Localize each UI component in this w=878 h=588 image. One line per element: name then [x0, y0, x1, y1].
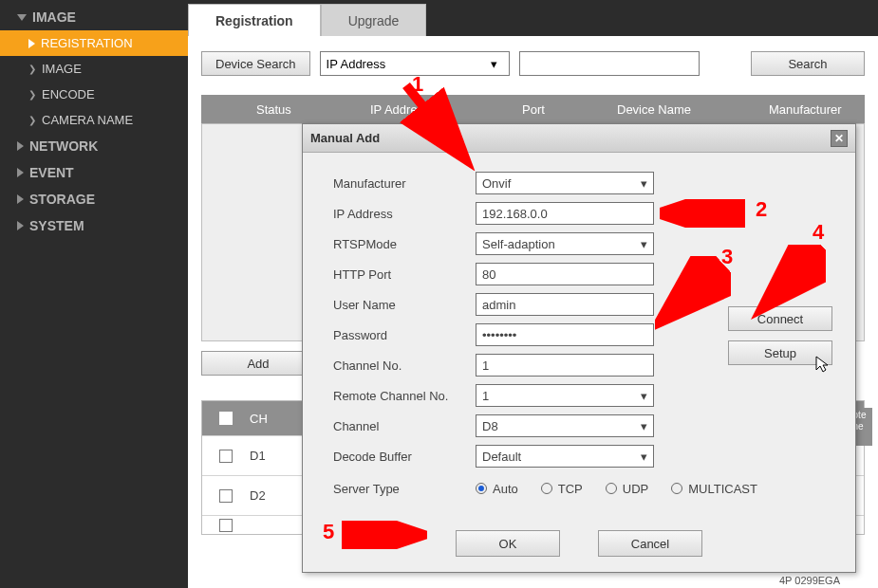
- sidebar-group-label: STORAGE: [29, 192, 95, 207]
- label-channel: Channel: [333, 419, 476, 433]
- http-port-input[interactable]: 80: [476, 263, 654, 285]
- field-value: 80: [482, 267, 495, 282]
- label-decode-buffer: Decode Buffer: [333, 450, 476, 464]
- col-status: Status: [245, 102, 359, 117]
- field-value: 1: [482, 358, 489, 373]
- chevron-right-icon: ❯: [28, 64, 36, 74]
- tab-label: Registration: [215, 13, 293, 28]
- field-value: ••••••••: [482, 328, 516, 342]
- manufacturer-select[interactable]: Onvif ▾: [476, 172, 654, 194]
- field-value: admin: [482, 298, 515, 312]
- radio-multicast[interactable]: [671, 483, 682, 494]
- tab-label: Upgrade: [348, 13, 400, 28]
- ip-address-input[interactable]: 192.168.0.0: [476, 202, 654, 225]
- radio-label: MULTICAST: [688, 482, 757, 496]
- search-toolbar: Device Search IP Address ▾ Search: [201, 51, 865, 76]
- radio-udp[interactable]: [606, 483, 617, 494]
- label-rtsp-mode: RTSPMode: [333, 237, 476, 251]
- col-ch: CH: [250, 412, 307, 426]
- select-all-checkbox[interactable]: [219, 412, 233, 425]
- search-filter-select[interactable]: IP Address ▾: [320, 51, 510, 76]
- add-button[interactable]: Add: [201, 351, 315, 376]
- field-value: Default: [482, 450, 521, 464]
- tab-upgrade[interactable]: Upgrade: [321, 4, 427, 36]
- server-type-radios: Auto TCP UDP MULTICAST: [476, 482, 757, 496]
- chevron-down-icon: ▾: [641, 176, 647, 191]
- decode-buffer-select[interactable]: Default ▾: [476, 445, 654, 468]
- col-manufacturer: Manufacturer: [757, 102, 865, 117]
- sidebar-item-label: IMAGE: [42, 62, 82, 76]
- sidebar-group-storage[interactable]: STORAGE: [0, 186, 188, 212]
- dialog-title: Manual Add: [310, 131, 380, 145]
- label-http-port: HTTP Port: [333, 267, 476, 282]
- channel-select[interactable]: D8 ▾: [476, 414, 654, 437]
- label-manufacturer: Manufacturer: [333, 176, 476, 191]
- radio-tcp[interactable]: [541, 483, 552, 494]
- sidebar-group-system[interactable]: SYSTEM: [0, 212, 188, 239]
- dialog-titlebar[interactable]: Manual Add ✕: [303, 124, 855, 153]
- chevron-right-icon: [17, 221, 24, 230]
- chevron-right-icon: [17, 194, 24, 204]
- field-value: 192.168.0.0: [482, 207, 548, 221]
- sidebar-item-label: CAMERA NAME: [42, 113, 133, 127]
- user-name-input[interactable]: admin: [476, 293, 654, 316]
- label-password: Password: [333, 328, 476, 342]
- tab-registration[interactable]: Registration: [188, 4, 321, 36]
- channel-cell: D1: [250, 449, 307, 463]
- chevron-right-icon: ❯: [28, 115, 36, 125]
- tab-bar: Registration Upgrade: [188, 0, 878, 36]
- row-checkbox[interactable]: [219, 450, 233, 463]
- search-button[interactable]: Search: [751, 51, 865, 76]
- label-channel-no: Channel No.: [333, 358, 476, 373]
- chevron-down-icon: ▾: [641, 237, 647, 251]
- close-icon[interactable]: ✕: [831, 130, 848, 147]
- radio-label: TCP: [558, 482, 583, 496]
- remote-channel-select[interactable]: 1 ▾: [476, 384, 654, 407]
- chevron-right-icon: [17, 141, 24, 151]
- chevron-down-icon: [17, 14, 27, 21]
- manual-add-dialog: Manual Add ✕ Manufacturer Onvif ▾ IP Add…: [302, 123, 856, 573]
- chevron-down-icon: ▾: [641, 389, 647, 403]
- radio-label: UDP: [623, 482, 648, 496]
- sidebar-group-label: EVENT: [29, 165, 74, 180]
- dialog-footer: OK Cancel: [303, 521, 855, 572]
- field-value: Onvif: [482, 176, 511, 191]
- chevron-right-icon: ❯: [28, 89, 36, 100]
- label-user-name: User Name: [333, 298, 476, 312]
- sidebar-group-network[interactable]: NETWORK: [0, 133, 188, 159]
- cancel-button[interactable]: Cancel: [598, 530, 702, 557]
- sidebar-item-registration[interactable]: REGISTRATION: [0, 30, 188, 56]
- footer-text: 4P 0299EGA: [779, 575, 840, 586]
- channel-no-input[interactable]: 1: [476, 354, 654, 377]
- sidebar-item-label: REGISTRATION: [41, 36, 133, 50]
- col-ip-address: IP Address: [359, 102, 511, 117]
- sidebar-group-event[interactable]: EVENT: [0, 159, 188, 186]
- field-value: Self-adaption: [482, 237, 555, 251]
- setup-button[interactable]: Setup: [728, 340, 832, 365]
- sidebar-item-encode[interactable]: ❯ ENCODE: [0, 82, 188, 107]
- sidebar-group-label: SYSTEM: [29, 218, 84, 233]
- sidebar-item-label: ENCODE: [42, 87, 95, 101]
- chevron-down-icon: ▾: [641, 450, 647, 464]
- password-input[interactable]: ••••••••: [476, 323, 654, 346]
- field-value: 1: [482, 389, 489, 403]
- sidebar: IMAGE REGISTRATION ❯ IMAGE ❯ ENCODE ❯ CA…: [0, 0, 188, 588]
- chevron-right-icon: [17, 168, 24, 177]
- row-checkbox[interactable]: [219, 489, 233, 503]
- row-checkbox[interactable]: [219, 519, 233, 532]
- sidebar-item-camera-name[interactable]: ❯ CAMERA NAME: [0, 107, 188, 133]
- ok-button[interactable]: OK: [456, 530, 560, 557]
- chevron-right-icon: [28, 39, 35, 48]
- device-table-header: Status IP Address Port Device Name Manuf…: [201, 95, 865, 123]
- sidebar-group-image[interactable]: IMAGE: [0, 4, 188, 30]
- col-device-name: Device Name: [606, 102, 757, 117]
- chevron-down-icon: ▾: [486, 57, 503, 71]
- connect-button[interactable]: Connect: [728, 306, 832, 331]
- search-input[interactable]: [519, 51, 700, 76]
- device-search-button[interactable]: Device Search: [201, 51, 310, 76]
- sidebar-item-image[interactable]: ❯ IMAGE: [0, 56, 188, 82]
- radio-label: Auto: [493, 482, 518, 496]
- radio-auto[interactable]: [476, 483, 487, 494]
- rtsp-mode-select[interactable]: Self-adaption ▾: [476, 232, 654, 255]
- field-value: D8: [482, 419, 498, 433]
